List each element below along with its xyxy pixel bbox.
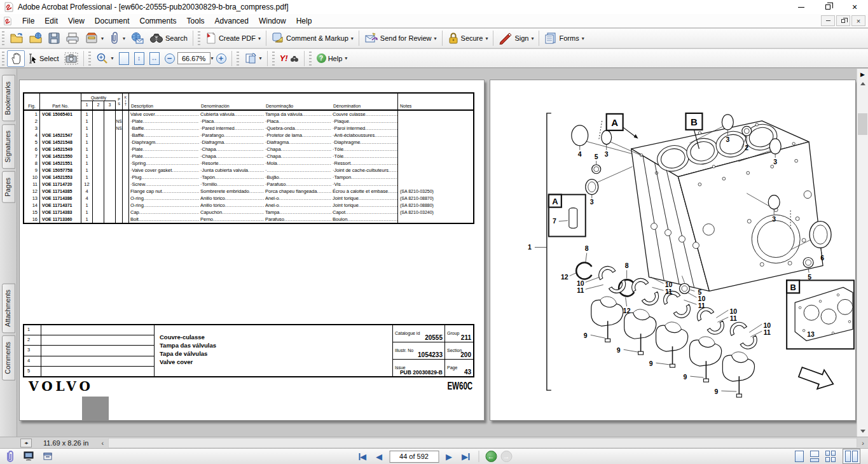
zoom-tool-button[interactable]: ▾ — [93, 50, 116, 67]
vertical-scrollbar[interactable]: ▶ — [857, 69, 868, 437]
pane-splitter-handle[interactable]: ◂▸ — [20, 439, 32, 447]
snapshot-tool-button[interactable] — [62, 50, 81, 67]
col-header-ps: PS — [116, 94, 123, 109]
organizer-button[interactable]: ▾ — [82, 30, 106, 46]
menu-document[interactable]: Document — [90, 15, 135, 27]
two-up-continuous-button[interactable] — [843, 449, 860, 464]
scroll-right-button[interactable]: › — [858, 438, 868, 448]
sign-button[interactable]: Sign ▾ — [496, 30, 536, 46]
zoom-in-button[interactable]: + — [214, 50, 229, 67]
single-page-button[interactable] — [795, 451, 804, 462]
toolbar-grip[interactable] — [2, 31, 4, 45]
attach-button[interactable]: ▾ — [106, 30, 128, 46]
fit-width-button[interactable]: ↔ — [147, 50, 162, 67]
send-for-review-button[interactable]: Send for Review ▾ — [362, 30, 439, 46]
scroll-up-button[interactable] — [857, 79, 868, 88]
zoom-level-input[interactable] — [177, 52, 210, 64]
secure-button[interactable]: Secure ▾ — [445, 30, 491, 46]
sidebar-tab-signatures[interactable]: Signatures — [2, 124, 15, 169]
forms-button[interactable]: Forms ▾ — [542, 30, 586, 46]
print-button[interactable] — [63, 30, 82, 46]
menu-advanced[interactable]: Advanced — [210, 15, 254, 27]
zoom-out-button[interactable]: − — [162, 50, 177, 67]
scroll-left-button[interactable]: ‹ — [97, 438, 107, 448]
toolbar-grip[interactable] — [237, 52, 239, 66]
toolbar-grip[interactable] — [88, 52, 91, 66]
toolbar-separator — [539, 31, 539, 46]
doc-restore-button[interactable] — [836, 15, 850, 26]
window-layout-icon[interactable] — [42, 451, 53, 461]
table-row: 6VOE 145215491·Plate·Chapa·Chapa·Tôle — [24, 146, 473, 153]
menu-window[interactable]: Window — [254, 15, 291, 27]
menu-file[interactable]: File — [17, 15, 39, 27]
select-tool-button[interactable]: Select — [25, 50, 62, 67]
create-pdf-button[interactable]: Create PDF ▾ — [203, 30, 263, 46]
document-canvas[interactable]: BookmarksSignaturesPages AttachmentsComm… — [0, 69, 868, 437]
table-cell: VOE 15057758 — [40, 167, 81, 174]
fullscreen-monitor-icon[interactable] — [23, 451, 34, 461]
page-number-input[interactable] — [389, 451, 439, 463]
single-page-continuous-button[interactable] — [810, 451, 819, 462]
table-cell: 5 — [24, 139, 40, 146]
menu-comments[interactable]: Comments — [135, 15, 182, 27]
vertical-scroll-thumb[interactable] — [858, 113, 867, 135]
yahoo-icon: Y! — [280, 53, 288, 63]
last-page-button[interactable]: ▶ — [459, 450, 472, 463]
footer-empty-cell — [41, 356, 154, 367]
diagram-callout-11: 11 — [698, 302, 705, 309]
sidebar-tab-attachments[interactable]: Attachments — [2, 283, 15, 333]
sidebar-tab-comments[interactable]: Comments — [2, 335, 15, 381]
table-cell: 1 — [81, 111, 93, 118]
sidebar-tab-pages[interactable]: Pages — [2, 171, 15, 203]
doc-close-button[interactable]: × — [851, 15, 865, 26]
previous-view-button[interactable]: ← — [485, 451, 497, 462]
open-button[interactable] — [7, 30, 26, 46]
table-cell — [116, 202, 123, 209]
horizontal-scroll-track[interactable] — [108, 438, 857, 448]
facing-pages-button[interactable] — [825, 451, 836, 462]
diagram-callout-9: 9 — [714, 388, 718, 395]
toolbar-grip[interactable] — [2, 52, 4, 66]
attachments-paperclip-icon[interactable] — [5, 450, 15, 463]
toolbar-grip[interactable] — [309, 52, 312, 66]
table-cell — [93, 160, 104, 167]
window-minimize-button[interactable] — [788, 0, 815, 14]
toolbar-grip[interactable] — [198, 31, 200, 45]
first-page-button[interactable]: ◀ — [356, 450, 369, 463]
window-close-button[interactable]: × — [841, 0, 868, 14]
window-restore-button[interactable] — [815, 0, 841, 14]
diagram-view-label-a: A — [611, 117, 618, 128]
doc-minimize-button[interactable] — [821, 15, 835, 26]
sidebar-tab-bookmarks[interactable]: Bookmarks — [2, 75, 15, 122]
search-button[interactable]: Search — [147, 30, 190, 46]
table-cell: ·Tornillo — [199, 181, 264, 188]
page-display-button[interactable]: ▾ — [242, 50, 265, 67]
scroll-down-button[interactable] — [857, 426, 868, 436]
help-button[interactable]: ? Help ▾ — [314, 50, 350, 67]
toolbar-separator — [231, 51, 232, 66]
table-row: 10VOE 145215531·Plug·Tapón·Bujão·Tampon — [24, 174, 473, 181]
fit-page-button[interactable] — [116, 50, 132, 67]
email-button[interactable] — [128, 30, 147, 46]
menu-help[interactable]: Help — [291, 15, 317, 27]
menu-view[interactable]: View — [63, 15, 90, 27]
save-button[interactable] — [45, 30, 63, 46]
diagram-callout-5: 5 — [595, 153, 598, 160]
table-cell: 10 — [24, 174, 40, 181]
menu-tools[interactable]: Tools — [182, 15, 210, 27]
pane-toggle-icon[interactable]: ▶ — [857, 70, 868, 79]
next-view-button[interactable]: → — [500, 451, 512, 462]
yahoo-search-button[interactable]: Y! — [277, 50, 301, 67]
page-layout-buttons — [795, 449, 860, 464]
table-cell — [93, 181, 104, 188]
table-cell — [123, 195, 129, 202]
hand-tool-button[interactable] — [7, 50, 25, 67]
next-page-button[interactable]: ▶ — [443, 450, 455, 463]
camera-icon — [64, 52, 78, 65]
previous-page-button[interactable]: ◀ — [373, 450, 385, 463]
toolbar-grip[interactable] — [272, 52, 275, 66]
menu-edit[interactable]: Edit — [39, 15, 63, 27]
open-web-page-button[interactable] — [26, 30, 45, 46]
comment-markup-button[interactable]: Comment & Markup ▾ — [269, 30, 356, 46]
fit-height-button[interactable]: ↕ — [132, 50, 147, 67]
